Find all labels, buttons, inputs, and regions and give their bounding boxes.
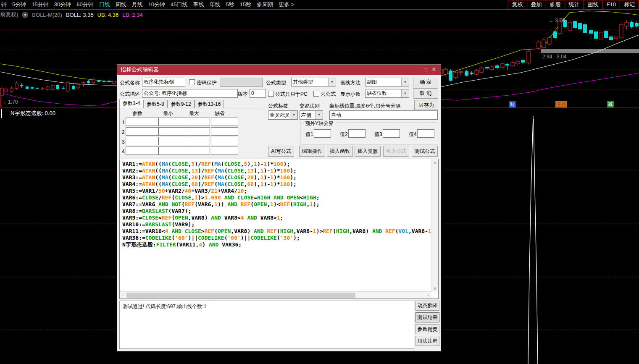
yaxis-input-3[interactable] bbox=[383, 129, 400, 138]
period-日线[interactable]: 日线 bbox=[99, 1, 110, 8]
button-测试结果[interactable]: 测试结果 bbox=[415, 312, 439, 322]
toolbar-button-统计[interactable]: 统计 bbox=[565, 0, 584, 9]
period-30分钟[interactable]: 30分钟 bbox=[54, 1, 71, 8]
dropdown-arrow-icon[interactable]: ▼ bbox=[290, 111, 297, 119]
yaxis-input-1[interactable] bbox=[314, 129, 331, 138]
dropdown-arrow-icon[interactable]: ▼ bbox=[315, 111, 323, 119]
param-input-r2c2[interactable] bbox=[158, 127, 185, 136]
password-input bbox=[220, 78, 263, 86]
dropdown-arrow-icon[interactable]: ▼ bbox=[328, 78, 336, 86]
param-input-r3c2[interactable] bbox=[158, 137, 185, 145]
cancel-button[interactable]: 取 消 bbox=[413, 88, 438, 99]
button-测试公式[interactable]: 测试公式 bbox=[412, 146, 438, 157]
param-input-r4c4[interactable] bbox=[211, 147, 238, 155]
param-input-r3c1[interactable] bbox=[126, 137, 158, 145]
save-as-button[interactable]: 另存为 bbox=[414, 100, 438, 110]
extra-yaxis-group: 额外Y轴分界 值1值2值3值4 bbox=[300, 123, 438, 144]
toolbar-button-多股[interactable]: 多股 bbox=[546, 0, 565, 9]
button-AI写公式[interactable]: AI写公式 bbox=[268, 146, 294, 157]
dropdown-arrow-icon[interactable]: ▼ bbox=[401, 89, 409, 97]
close-icon[interactable]: ✕ bbox=[431, 66, 437, 73]
chart-badge-财[interactable]: 财 bbox=[509, 101, 516, 107]
code-line: VAR9:=CLOSE<REF(OPEN,VAR8) AND VAR8<4 AN… bbox=[122, 215, 431, 221]
period-45日线[interactable]: 45日线 bbox=[171, 1, 187, 8]
param-input-r1c2[interactable] bbox=[158, 118, 185, 126]
button-动态翻译[interactable]: 动态翻译 bbox=[415, 301, 439, 311]
button-参数精灵[interactable]: 参数精灵 bbox=[415, 324, 439, 334]
formula-tag-select[interactable]: 金叉死叉 ▼ bbox=[268, 110, 298, 120]
scrollbar-thumb[interactable] bbox=[126, 293, 355, 298]
period-周线[interactable]: 周线 bbox=[116, 1, 126, 8]
period-多周期[interactable]: 多周期 bbox=[257, 1, 273, 8]
param-input-r2c4[interactable] bbox=[211, 127, 238, 136]
code-line: VAR11:=VAR10<4 AND CLOSE>REF(OPEN,VAR8) … bbox=[122, 228, 431, 235]
cloud-formula-checkbox[interactable] bbox=[313, 91, 319, 97]
tab-参数5-8[interactable]: 参数5-8 bbox=[143, 100, 167, 108]
toolbar-button-F10[interactable]: F10 bbox=[603, 0, 620, 9]
ok-button[interactable]: 确 定 bbox=[413, 77, 438, 87]
yaxis-input-2[interactable] bbox=[348, 129, 366, 138]
draw-method-label: 画线方法 bbox=[340, 79, 360, 86]
param-input-r4c3[interactable] bbox=[185, 147, 210, 155]
chart-badge-涨榜[interactable]: 涨榜 bbox=[555, 101, 567, 107]
vertical-scrollbar[interactable]: ∧ ∨ bbox=[431, 159, 438, 292]
chart-badge-减[interactable]: 减 bbox=[607, 101, 614, 107]
tab-参数9-12[interactable]: 参数9-12 bbox=[168, 100, 195, 108]
toolbar-right-buttons: 复权叠加多股统计画线F10标记 bbox=[508, 0, 639, 10]
dropdown-arrow-icon[interactable]: ▼ bbox=[401, 78, 409, 86]
draw-method-select[interactable]: 副图 ▼ bbox=[365, 78, 409, 86]
formula-type-select[interactable]: 其他类型 ▼ bbox=[291, 78, 336, 86]
scroll-right-icon[interactable]: › bbox=[425, 292, 431, 299]
param-input-r3c3[interactable] bbox=[185, 137, 210, 145]
param-input-r4c2[interactable] bbox=[158, 147, 185, 155]
period-更多 >[interactable]: 更多 > bbox=[279, 1, 294, 8]
chevron-down-icon[interactable]: ▾ bbox=[22, 12, 28, 18]
param-input-r2c3[interactable] bbox=[185, 127, 210, 136]
period-15分钟[interactable]: 15分钟 bbox=[32, 1, 48, 8]
toolbar-button-叠加[interactable]: 叠加 bbox=[527, 0, 546, 9]
period-5秒[interactable]: 5秒 bbox=[226, 1, 234, 8]
param-input-r1c4[interactable] bbox=[211, 118, 238, 126]
param-input-r1c1[interactable] bbox=[126, 118, 158, 126]
param-input-r2c1[interactable] bbox=[126, 127, 158, 136]
trade-rule-select[interactable]: 左侧 ▼ bbox=[300, 110, 323, 120]
param-input-r3c4[interactable] bbox=[211, 137, 238, 145]
button-插入资源[interactable]: 插入资源 bbox=[355, 146, 381, 157]
tab-参数1-4[interactable]: 参数1-4 bbox=[119, 99, 143, 108]
toolbar-button-复权[interactable]: 复权 bbox=[508, 0, 527, 9]
formula-desc-input[interactable]: 公众号: 程序化指标 bbox=[142, 89, 238, 98]
param-input-r4c1[interactable] bbox=[126, 147, 158, 155]
param-input-r1c3[interactable] bbox=[185, 118, 210, 126]
code-text[interactable]: VAR1:=ATAN((MA(CLOSE,5)/REF(MA(CLOSE,5),… bbox=[122, 161, 431, 291]
period-60分钟[interactable]: 60分钟 bbox=[76, 1, 93, 8]
toolbar-button-画线[interactable]: 画线 bbox=[584, 0, 603, 9]
toolbar-button-标记[interactable]: 标记 bbox=[620, 0, 639, 9]
scroll-down-icon[interactable]: ∨ bbox=[431, 285, 438, 292]
password-checkbox[interactable] bbox=[189, 79, 195, 85]
formula-editor-dialog: 指标公式编辑器 □ ✕ 公式名称 程序化指标创 密码保护 公式类型 其他类型 ▼… bbox=[117, 64, 441, 351]
button-插入函数[interactable]: 插入函数 bbox=[327, 146, 353, 157]
pc-only-checkbox[interactable] bbox=[268, 91, 274, 97]
horizontal-scrollbar[interactable]: ‹ › bbox=[120, 291, 431, 299]
formula-name-input[interactable]: 程序化指标创 bbox=[142, 78, 185, 86]
maximize-icon[interactable]: □ bbox=[422, 66, 429, 73]
tab-参数13-16[interactable]: 参数13-16 bbox=[195, 100, 224, 108]
period-item-partial[interactable]: 钟 bbox=[1, 1, 7, 8]
period-月线[interactable]: 月线 bbox=[132, 1, 143, 8]
period-15秒[interactable]: 15秒 bbox=[240, 1, 251, 8]
version-input[interactable]: 0 bbox=[250, 89, 266, 98]
indicator-name[interactable]: BOLL-M(20) bbox=[32, 12, 62, 18]
period-5分钟[interactable]: 5分钟 bbox=[12, 1, 26, 8]
period-季线[interactable]: 季线 bbox=[193, 1, 204, 8]
button-用法注释[interactable]: 用法注释 bbox=[415, 336, 439, 346]
button-编辑操作[interactable]: 编辑操作 bbox=[299, 146, 325, 157]
code-editor[interactable]: VAR1:=ATAN((MA(CLOSE,5)/REF(MA(CLOSE,5),… bbox=[119, 159, 439, 299]
coord-position-input[interactable]: 自动 bbox=[329, 110, 438, 120]
scroll-up-icon[interactable]: ∧ bbox=[431, 159, 438, 166]
yaxis-input-4[interactable] bbox=[417, 129, 434, 138]
scroll-left-icon[interactable]: ‹ bbox=[120, 292, 126, 299]
period-10分钟[interactable]: 10分钟 bbox=[148, 1, 165, 8]
period-年线[interactable]: 年线 bbox=[210, 1, 221, 8]
dialog-titlebar[interactable]: 指标公式编辑器 □ ✕ bbox=[117, 65, 441, 75]
decimals-select[interactable]: 缺省位数 ▼ bbox=[365, 89, 409, 98]
